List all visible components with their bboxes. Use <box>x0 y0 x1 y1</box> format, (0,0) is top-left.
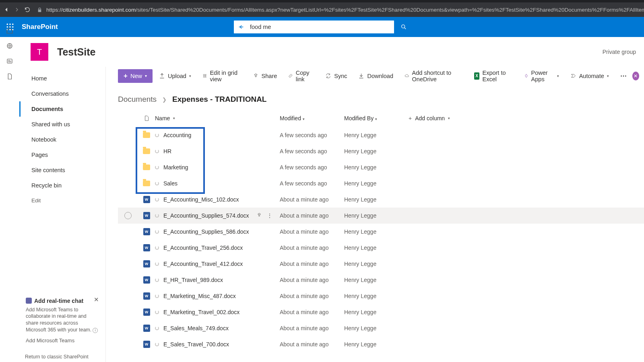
chevron-down-icon: ▾ <box>145 74 147 78</box>
browser-toolbar: https://citizenbuilders.sharepoint.com/s… <box>0 2 644 17</box>
export-excel-button[interactable]: Export to Excel <box>469 69 518 83</box>
browser-back-button[interactable] <box>3 6 10 14</box>
more-commands-button[interactable]: ⋯ <box>617 72 631 80</box>
item-modified-by[interactable]: Henry Legge <box>344 228 409 235</box>
table-row[interactable]: E_Sales_Travel_700.docxAbout a minute ag… <box>118 336 644 352</box>
table-row[interactable]: E_Accounting_Supplies_574.docx⋮About a m… <box>118 208 644 224</box>
table-row[interactable]: MarketingA few seconds agoHenry Legge <box>118 159 644 175</box>
item-name[interactable]: E_Sales_Travel_700.docx <box>163 341 229 348</box>
table-row[interactable]: E_Accounting_Travel_256.docxAbout a minu… <box>118 240 644 256</box>
add-shortcut-button[interactable]: Add shortcut to OneDrive <box>400 69 468 83</box>
item-modified-by[interactable]: Henry Legge <box>344 277 409 283</box>
item-modified: About a minute ago <box>280 196 344 203</box>
sidebar-item-site-contents[interactable]: Site contents <box>19 162 105 178</box>
item-name[interactable]: E_Marketing_Travel_002.docx <box>163 309 239 315</box>
item-name[interactable]: E_Accounting_Supplies_574.docx <box>163 212 249 219</box>
sync-button[interactable]: Sync <box>320 69 352 83</box>
item-name[interactable]: Sales <box>163 180 178 187</box>
column-modified-by[interactable]: Modified By ▾ <box>344 115 409 121</box>
table-row[interactable]: E_HR_Travel_989.docxAbout a minute agoHe… <box>118 272 644 288</box>
browser-reload-button[interactable] <box>24 6 31 14</box>
table-row[interactable]: E_Marketing_Misc_487.docxAbout a minute … <box>118 288 644 304</box>
news-icon[interactable] <box>6 58 13 65</box>
item-name[interactable]: HR <box>163 148 171 154</box>
item-modified-by[interactable]: Henry Legge <box>344 164 409 171</box>
browser-address-bar[interactable]: https://citizenbuilders.sharepoint.com/s… <box>35 7 644 13</box>
table-row[interactable]: E_Accounting_Misc_102.docxAbout a minute… <box>118 191 644 208</box>
item-modified-by[interactable]: Henry Legge <box>344 309 409 315</box>
table-row[interactable]: AccountingA few seconds agoHenry Legge <box>118 127 644 143</box>
folder-icon <box>143 132 150 138</box>
item-name[interactable]: E_Accounting_Travel_256.docx <box>163 245 243 251</box>
power-apps-button[interactable]: Power Apps ▾ <box>519 69 564 83</box>
row-select-toggle[interactable] <box>124 212 132 219</box>
item-name[interactable]: E_Sales_Meals_749.docx <box>163 325 229 331</box>
item-modified-by[interactable]: Henry Legge <box>344 293 409 299</box>
url-host: citizenbuilders.sharepoint.com <box>63 7 136 13</box>
column-name[interactable]: Name▾ <box>155 115 280 121</box>
search-submit-button[interactable] <box>397 20 411 34</box>
item-name[interactable]: E_Accounting_Misc_102.docx <box>163 196 239 203</box>
file-type-column-icon[interactable] <box>138 115 155 121</box>
sidebar-item-notebook[interactable]: Notebook <box>19 132 105 147</box>
svg-point-9 <box>402 25 405 28</box>
item-modified-by[interactable]: Henry Legge <box>344 196 409 203</box>
item-modified-by[interactable]: Henry Legge <box>344 148 409 154</box>
site-logo[interactable]: T <box>31 43 48 61</box>
item-name[interactable]: Accounting <box>163 132 191 138</box>
row-share-icon[interactable] <box>256 212 262 219</box>
column-modified[interactable]: Modified ▾ <box>280 115 344 121</box>
globe-icon[interactable] <box>6 42 13 49</box>
sidebar-item-shared-with-us[interactable]: Shared with us <box>19 117 105 132</box>
item-modified-by[interactable]: Henry Legge <box>344 180 409 187</box>
automate-button[interactable]: Automate ▾ <box>566 69 614 83</box>
close-icon[interactable]: ✕ <box>94 296 99 303</box>
home-icon[interactable] <box>6 27 13 34</box>
sync-spinner-icon <box>155 310 159 314</box>
breadcrumb-root[interactable]: Documents <box>118 95 157 104</box>
item-modified-by[interactable]: Henry Legge <box>344 245 409 251</box>
browser-forward-button[interactable] <box>14 6 20 14</box>
item-name[interactable]: E_Marketing_Misc_487.docx <box>163 293 236 299</box>
table-row[interactable]: SalesA few seconds agoHenry Legge <box>118 175 644 191</box>
item-name[interactable]: E_Accounting_Supplies_586.docx <box>163 228 249 235</box>
item-name[interactable]: E_Accounting_Travel_412.docx <box>163 261 243 267</box>
item-modified-by[interactable]: Henry Legge <box>344 261 409 267</box>
search-input[interactable] <box>247 24 390 30</box>
copy-link-button[interactable]: Copy link <box>283 69 319 83</box>
download-button[interactable]: Download <box>353 69 398 83</box>
table-row[interactable]: E_Sales_Meals_749.docxAbout a minute ago… <box>118 320 644 336</box>
edit-grid-button[interactable]: Edit in grid view <box>198 69 246 83</box>
item-name[interactable]: E_HR_Travel_989.docx <box>163 277 223 283</box>
word-doc-icon <box>143 341 150 348</box>
add-column-button[interactable]: + Add column ▾ <box>409 115 465 121</box>
table-row[interactable]: E_Marketing_Travel_002.docxAbout a minut… <box>118 304 644 320</box>
suite-title[interactable]: SharePoint <box>20 23 58 31</box>
table-row[interactable]: E_Accounting_Travel_412.docxAbout a minu… <box>118 256 644 272</box>
sidebar-edit-link[interactable]: Edit <box>19 193 105 208</box>
item-modified-by[interactable]: Henry Legge <box>344 325 409 331</box>
sidebar-item-conversations[interactable]: Conversations <box>19 86 105 101</box>
close-panel-button[interactable]: ✕ <box>632 72 639 80</box>
sidebar-item-recycle-bin[interactable]: Recycle bin <box>19 178 105 193</box>
search-back-icon[interactable] <box>238 24 247 30</box>
item-name[interactable]: Marketing <box>163 164 188 171</box>
item-modified-by[interactable]: Henry Legge <box>344 132 409 138</box>
table-row[interactable]: HRA few seconds agoHenry Legge <box>118 143 644 159</box>
sidebar-item-documents[interactable]: Documents <box>19 101 105 117</box>
item-modified-by[interactable]: Henry Legge <box>344 341 409 348</box>
item-modified-by[interactable]: Henry Legge <box>344 212 409 219</box>
table-row[interactable]: E_Accounting_Supplies_586.docxAbout a mi… <box>118 224 644 240</box>
sidebar-item-home[interactable]: Home <box>19 71 105 86</box>
share-button[interactable]: Share <box>248 69 282 83</box>
sync-spinner-icon <box>155 230 159 234</box>
sidebar-item-pages[interactable]: Pages <box>19 147 105 162</box>
classic-sharepoint-link[interactable]: Return to classic SharePoint <box>25 354 89 360</box>
search-box[interactable] <box>233 20 394 34</box>
row-more-icon[interactable]: ⋮ <box>267 212 272 219</box>
new-button[interactable]: + New ▾ <box>118 69 153 83</box>
site-name[interactable]: TestSite <box>57 46 95 58</box>
teams-card-link[interactable]: Add Microsoft Teams <box>26 337 99 343</box>
upload-button[interactable]: Upload ▾ <box>154 69 196 83</box>
info-icon[interactable]: i <box>93 328 98 333</box>
